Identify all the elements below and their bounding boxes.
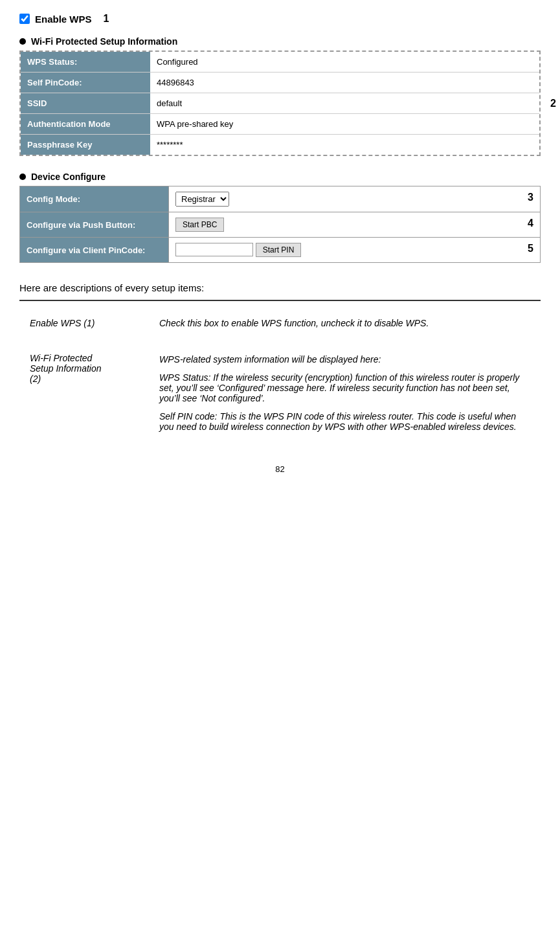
- desc-row-wps-info: Wi-Fi ProtectedSetup Information(2) WPS-…: [19, 348, 541, 438]
- term-enable-wps: Enable WPS (1): [19, 311, 149, 335]
- table-row: SSID default: [21, 93, 539, 114]
- term-wps-info: Wi-Fi ProtectedSetup Information(2): [19, 348, 149, 438]
- desc-header: Here are descriptions of every setup ite…: [19, 282, 541, 293]
- wps-info-box: 2 WPS Status: Configured Self PinCode: 4…: [19, 51, 541, 156]
- description-table: Enable WPS (1) Check this box to enable …: [19, 311, 541, 438]
- table-row: Authentication Mode WPA pre-shared key: [21, 114, 539, 135]
- desc-row-enable-wps: Enable WPS (1) Check this box to enable …: [19, 311, 541, 335]
- passphrase-label: Passphrase Key: [21, 135, 150, 155]
- enable-wps-checkbox[interactable]: [19, 14, 30, 24]
- client-pin-label: Configure via Client PinCode:: [20, 238, 169, 263]
- start-pin-button[interactable]: Start PIN: [256, 243, 302, 257]
- config-mode-number: 3: [528, 192, 533, 203]
- wps-info-number: 2: [550, 98, 556, 109]
- auth-mode-value: WPA pre-shared key: [150, 114, 539, 135]
- push-button-control: Start PBC 4: [169, 212, 541, 238]
- config-mode-label: Config Mode:: [20, 186, 169, 212]
- self-pincode-value: 44896843: [150, 73, 539, 93]
- table-row: WPS Status: Configured: [21, 52, 539, 73]
- ssid-value: default: [150, 93, 539, 114]
- wps-info-title: Wi-Fi Protected Setup Information: [31, 36, 177, 47]
- table-row: Self PinCode: 44896843: [21, 73, 539, 93]
- spacer-row: [19, 335, 541, 348]
- enable-wps-row: Enable WPS 1: [19, 13, 541, 25]
- config-mode-row: Config Mode: Registrar Enrollee 3: [20, 186, 541, 212]
- config-mode-select[interactable]: Registrar Enrollee: [175, 192, 229, 207]
- push-button-row: Configure via Push Button: Start PBC 4: [20, 212, 541, 238]
- client-pin-row: Configure via Client PinCode: Start PIN …: [20, 238, 541, 263]
- wps-status-label: WPS Status:: [21, 52, 150, 73]
- section-divider: [19, 300, 541, 301]
- table-row: Passphrase Key ********: [21, 135, 539, 155]
- push-button-number: 4: [528, 218, 533, 229]
- config-mode-control: Registrar Enrollee 3: [169, 186, 541, 212]
- def-enable-wps: Check this box to enable WPS function, u…: [149, 311, 541, 335]
- client-pin-number: 5: [528, 243, 533, 254]
- client-pin-control: Start PIN 5: [169, 238, 541, 263]
- enable-wps-number: 1: [104, 13, 109, 25]
- bullet-icon-2: [19, 174, 26, 180]
- passphrase-value: ********: [150, 135, 539, 155]
- device-configure-section: Device Configure Config Mode: Registrar …: [19, 172, 541, 263]
- self-pincode-label: Self PinCode:: [21, 73, 150, 93]
- push-button-label: Configure via Push Button:: [20, 212, 169, 238]
- device-config-header: Device Configure: [19, 172, 541, 182]
- auth-mode-label: Authentication Mode: [21, 114, 150, 135]
- client-pin-input[interactable]: [175, 243, 253, 256]
- wps-info-section-header: Wi-Fi Protected Setup Information: [19, 36, 541, 47]
- bullet-icon: [19, 38, 26, 45]
- def-wps-info: WPS-related system information will be d…: [149, 348, 541, 438]
- start-pbc-button[interactable]: Start PBC: [175, 218, 224, 232]
- ssid-label: SSID: [21, 93, 150, 114]
- enable-wps-label: Enable WPS: [35, 14, 92, 25]
- page-number: 82: [19, 464, 541, 474]
- wps-info-table: WPS Status: Configured Self PinCode: 448…: [21, 52, 539, 155]
- device-config-table: Config Mode: Registrar Enrollee 3 Config…: [19, 186, 541, 263]
- description-section: Here are descriptions of every setup ite…: [19, 282, 541, 438]
- device-config-title: Device Configure: [31, 172, 106, 182]
- wps-status-value: Configured: [150, 52, 539, 73]
